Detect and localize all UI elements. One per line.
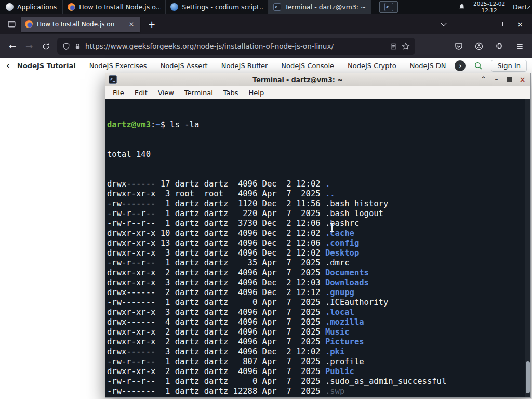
terminal-output-line: -rw------- 1 dartz dartz 0 Apr 7 2025 .I… bbox=[107, 298, 524, 308]
url-bar[interactable]: https://www.geeksforgeeks.org/node-js/in… bbox=[57, 38, 415, 55]
terminal-output-line: drwx------ 17 dartz dartz 4096 Dec 2 12:… bbox=[107, 179, 524, 189]
extensions-icon[interactable] bbox=[491, 38, 508, 55]
clock-date: 2025-12-02 bbox=[473, 1, 505, 7]
forward-button[interactable]: → bbox=[21, 38, 37, 55]
menu-file[interactable]: File bbox=[108, 89, 129, 97]
terminal-output-line: drwxr-xr-x 3 dartz dartz 4096 Dec 2 12:0… bbox=[107, 278, 524, 288]
restore-icon bbox=[502, 22, 507, 26]
menu-terminal[interactable]: Terminal bbox=[179, 89, 218, 97]
terminal-titlebar[interactable]: >_ Terminal - dartz@vm3: ~ ^ – × bbox=[105, 73, 530, 86]
terminal-output-line: -rw-r--r-- 1 dartz dartz 220 Apr 7 2025 … bbox=[107, 209, 524, 219]
terminal-output-line: drwxr-xr-x 3 dartz dartz 4096 Apr 7 2025… bbox=[107, 308, 524, 317]
taskbar-button[interactable]: How to Install Node.js o... bbox=[62, 0, 165, 14]
notifications-bell-icon[interactable] bbox=[458, 3, 466, 11]
file-name: .profile bbox=[325, 357, 364, 366]
file-name: .mozilla bbox=[325, 317, 364, 327]
browser-tab[interactable]: How to Install Node.js on × bbox=[21, 17, 140, 32]
window-minimize-button[interactable]: – bbox=[481, 17, 497, 32]
menu-tabs[interactable]: Tabs bbox=[218, 89, 244, 97]
applications-menu-button[interactable]: Applications bbox=[0, 0, 62, 14]
terminal-output: dartz@vm3:~$ ls -la total 140 drwx------… bbox=[107, 100, 524, 397]
tray-terminal-button[interactable]: >_ bbox=[379, 1, 398, 13]
toolbar-right-icons bbox=[450, 38, 528, 55]
terminal-output-line: -rw-r--r-- 1 dartz dartz 807 Apr 7 2025 … bbox=[107, 357, 524, 367]
site-nav-item[interactable]: NodeJS Crypto bbox=[348, 62, 396, 70]
scroll-right-icon[interactable]: › bbox=[455, 60, 466, 71]
window-close-button[interactable]: × bbox=[512, 17, 528, 32]
terminal-output-line: drwxr-xr-x 2 dartz dartz 4096 Apr 7 2025… bbox=[107, 268, 524, 278]
firefox-icon bbox=[68, 3, 75, 11]
taskbar-button-label: Settings - codium script... bbox=[182, 3, 263, 11]
terminal-prompt-line: dartz@vm3:~$ ls -la bbox=[107, 120, 524, 130]
pocket-icon[interactable] bbox=[450, 38, 467, 55]
taskbar-button[interactable]: Settings - codium script... bbox=[165, 0, 268, 14]
site-nav-item[interactable]: NodeJS Exercises bbox=[89, 62, 147, 70]
list-all-tabs-button[interactable] bbox=[436, 17, 451, 32]
terminal-menubar: FileEditViewTerminalTabsHelp bbox=[105, 86, 530, 99]
terminal-title: Terminal - dartz@vm3: ~ bbox=[120, 76, 475, 84]
terminal-output-line: drwx------ 4 dartz dartz 4096 Apr 7 2025… bbox=[107, 317, 524, 327]
chevron-down-icon bbox=[441, 20, 446, 26]
account-icon[interactable] bbox=[471, 38, 487, 55]
file-name: .pki bbox=[325, 347, 344, 356]
site-nav-item[interactable]: NodeJS Buffer bbox=[221, 62, 268, 70]
file-name: .dmrc bbox=[325, 258, 350, 268]
sign-in-button[interactable]: Sign In bbox=[491, 60, 527, 72]
terminal-scrollbar[interactable] bbox=[525, 99, 530, 397]
url-text[interactable]: https://www.geeksforgeeks.org/node-js/in… bbox=[85, 42, 385, 50]
system-panel: Applications How to Install Node.js o...… bbox=[0, 0, 532, 14]
taskbar: How to Install Node.js o...Settings - co… bbox=[62, 0, 371, 14]
firefox-view-icon[interactable] bbox=[4, 17, 19, 32]
file-name: .config bbox=[325, 238, 359, 248]
maximize-icon bbox=[507, 77, 512, 82]
file-name: Desktop bbox=[325, 248, 359, 258]
maximize-window-button[interactable] bbox=[504, 75, 514, 85]
menu-view[interactable]: View bbox=[153, 89, 179, 97]
site-nav-item[interactable]: NodeJS Console bbox=[281, 62, 334, 70]
scrollbar-thumb[interactable] bbox=[526, 361, 530, 393]
file-name: Music bbox=[325, 327, 350, 337]
site-nav-item[interactable]: NodeJS Tutorial bbox=[17, 62, 76, 70]
lock-icon[interactable] bbox=[74, 43, 81, 50]
panel-user-label[interactable]: Dartz bbox=[513, 3, 530, 11]
terminal-output-line: drwx------ 2 dartz dartz 4096 Dec 2 12:1… bbox=[107, 288, 524, 298]
tab-close-icon[interactable]: × bbox=[127, 20, 136, 29]
applications-icon bbox=[6, 3, 14, 11]
terminal-output-line: -rw-r--r-- 1 dartz dartz 35 Apr 7 2025 .… bbox=[107, 258, 524, 268]
menu-edit[interactable]: Edit bbox=[129, 89, 153, 97]
site-nav-item[interactable]: NodeJS Assert bbox=[161, 62, 208, 70]
panel-clock[interactable]: 2025-12-02 12:12 bbox=[473, 1, 505, 13]
file-name: .ICEauthority bbox=[325, 298, 388, 307]
terminal-output-line: drwxr-xr-x 2 dartz dartz 4096 Apr 7 2025… bbox=[107, 367, 524, 377]
terminal-output-line: -rw-r--r-- 1 dartz dartz 0 Apr 7 2025 .s… bbox=[107, 377, 524, 387]
menu-hamburger-icon[interactable] bbox=[511, 38, 528, 55]
reload-button[interactable] bbox=[37, 38, 54, 55]
scroll-left-icon[interactable]: ‹ bbox=[5, 61, 11, 70]
file-name: . bbox=[325, 179, 330, 189]
terminal-output-line: drwx------ 3 dartz dartz 4096 Dec 2 12:0… bbox=[107, 347, 524, 357]
minimize-window-button[interactable]: – bbox=[491, 75, 501, 85]
site-nav-item[interactable]: NodeJS DNS bbox=[410, 62, 447, 70]
navigation-toolbar: ← → https://www.geeksforgeeks.org/node-j… bbox=[0, 34, 532, 58]
search-icon[interactable] bbox=[474, 61, 483, 70]
taskbar-button[interactable]: >_Terminal - dartz@vm3: ~ bbox=[268, 0, 371, 14]
reader-mode-icon[interactable] bbox=[390, 43, 397, 50]
firefox-favicon bbox=[25, 20, 33, 28]
tab-title-fade bbox=[114, 17, 128, 32]
file-name: .bash_history bbox=[325, 199, 388, 208]
close-window-button[interactable]: × bbox=[517, 75, 527, 85]
bookmark-star-icon[interactable] bbox=[402, 42, 410, 50]
window-restore-button[interactable] bbox=[497, 17, 512, 32]
shade-window-button[interactable]: ^ bbox=[478, 75, 488, 85]
shield-icon[interactable] bbox=[62, 43, 70, 50]
prompt-path: ~ bbox=[155, 120, 160, 129]
terminal-output-line: -rw------- 1 dartz dartz 1120 Dec 2 11:5… bbox=[107, 199, 524, 209]
terminal-icon: >_ bbox=[109, 75, 117, 84]
terminal-body[interactable]: dartz@vm3:~$ ls -la total 140 drwx------… bbox=[105, 99, 530, 397]
panel-status-area: 2025-12-02 12:12 Dartz bbox=[458, 0, 532, 14]
new-tab-button[interactable]: + bbox=[144, 17, 159, 32]
back-button[interactable]: ← bbox=[4, 38, 21, 55]
mouse-cursor bbox=[329, 223, 335, 232]
file-name: Documents bbox=[325, 268, 369, 277]
menu-help[interactable]: Help bbox=[244, 89, 270, 97]
